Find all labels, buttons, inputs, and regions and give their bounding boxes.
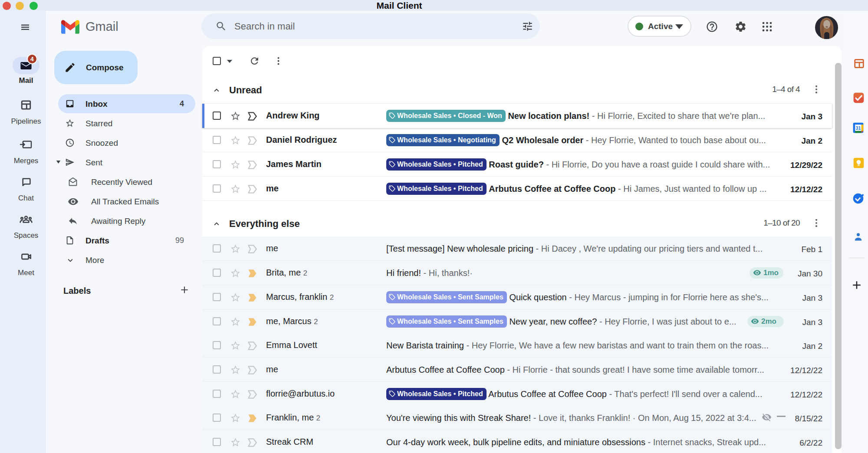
svg-text:31: 31 [856, 125, 861, 131]
